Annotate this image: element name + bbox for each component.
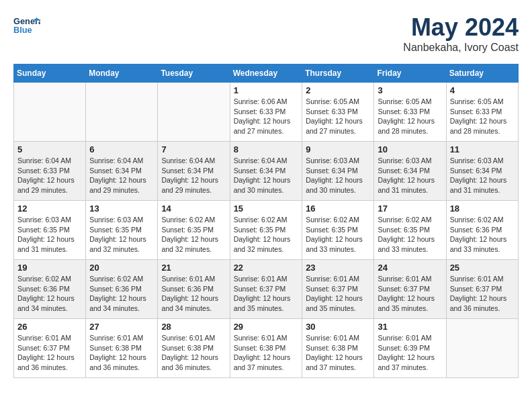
calendar-day-cell: 2Sunrise: 6:05 AM Sunset: 6:33 PM Daylig…	[302, 83, 374, 142]
header: General Blue May 2024 Nanbekaha, Ivory C…	[13, 13, 519, 54]
location-title: Nanbekaha, Ivory Coast	[403, 42, 519, 54]
calendar-table: SundayMondayTuesdayWednesdayThursdayFrid…	[13, 64, 519, 378]
day-number: 30	[306, 322, 370, 332]
day-info: Sunrise: 6:02 AM Sunset: 6:35 PM Dayligh…	[306, 215, 370, 255]
calendar-day-cell: 26Sunrise: 6:01 AM Sunset: 6:37 PM Dayli…	[14, 319, 86, 378]
day-info: Sunrise: 6:02 AM Sunset: 6:36 PM Dayligh…	[17, 274, 82, 314]
day-number: 15	[234, 203, 299, 214]
day-number: 7	[161, 144, 226, 154]
calendar-day-cell: 1Sunrise: 6:06 AM Sunset: 6:33 PM Daylig…	[230, 83, 302, 142]
month-title: May 2024	[403, 13, 519, 42]
calendar-day-cell: 4Sunrise: 6:05 AM Sunset: 6:33 PM Daylig…	[446, 83, 518, 142]
calendar-day-cell: 13Sunrise: 6:03 AM Sunset: 6:35 PM Dayli…	[86, 201, 158, 260]
day-info: Sunrise: 6:03 AM Sunset: 6:34 PM Dayligh…	[306, 156, 370, 195]
calendar-day-cell: 18Sunrise: 6:02 AM Sunset: 6:36 PM Dayli…	[446, 201, 518, 260]
day-number: 18	[450, 203, 515, 214]
calendar-day-cell: 5Sunrise: 6:04 AM Sunset: 6:33 PM Daylig…	[14, 142, 86, 201]
day-info: Sunrise: 6:01 AM Sunset: 6:38 PM Dayligh…	[89, 333, 154, 373]
day-number: 9	[306, 144, 370, 154]
day-info: Sunrise: 6:01 AM Sunset: 6:38 PM Dayligh…	[234, 333, 299, 373]
day-number: 14	[161, 203, 226, 214]
calendar-day-cell: 6Sunrise: 6:04 AM Sunset: 6:34 PM Daylig…	[86, 142, 158, 201]
day-number: 23	[306, 263, 370, 273]
day-info: Sunrise: 6:05 AM Sunset: 6:33 PM Dayligh…	[306, 97, 370, 136]
calendar-header-row: SundayMondayTuesdayWednesdayThursdayFrid…	[14, 64, 519, 83]
calendar-day-cell	[14, 83, 86, 142]
calendar-day-cell: 3Sunrise: 6:05 AM Sunset: 6:33 PM Daylig…	[374, 83, 446, 142]
calendar-day-cell: 22Sunrise: 6:01 AM Sunset: 6:37 PM Dayli…	[230, 260, 302, 319]
weekday-header: Thursday	[302, 64, 374, 83]
calendar-day-cell: 8Sunrise: 6:04 AM Sunset: 6:34 PM Daylig…	[230, 142, 302, 201]
day-number: 29	[234, 322, 299, 332]
calendar-day-cell: 19Sunrise: 6:02 AM Sunset: 6:36 PM Dayli…	[14, 260, 86, 319]
day-number: 6	[89, 144, 154, 154]
calendar-day-cell: 7Sunrise: 6:04 AM Sunset: 6:34 PM Daylig…	[158, 142, 230, 201]
calendar-day-cell: 17Sunrise: 6:02 AM Sunset: 6:35 PM Dayli…	[374, 201, 446, 260]
calendar-day-cell: 16Sunrise: 6:02 AM Sunset: 6:35 PM Dayli…	[302, 201, 374, 260]
day-info: Sunrise: 6:01 AM Sunset: 6:37 PM Dayligh…	[450, 274, 515, 314]
calendar-week-row: 5Sunrise: 6:04 AM Sunset: 6:33 PM Daylig…	[14, 142, 519, 201]
day-info: Sunrise: 6:01 AM Sunset: 6:36 PM Dayligh…	[161, 274, 226, 314]
day-number: 10	[378, 144, 442, 154]
day-info: Sunrise: 6:04 AM Sunset: 6:33 PM Dayligh…	[17, 156, 82, 195]
weekday-header: Friday	[374, 64, 446, 83]
day-number: 21	[161, 263, 226, 273]
logo: General Blue	[13, 13, 40, 37]
weekday-header: Monday	[86, 64, 158, 83]
day-info: Sunrise: 6:03 AM Sunset: 6:35 PM Dayligh…	[89, 215, 154, 255]
calendar-day-cell: 20Sunrise: 6:02 AM Sunset: 6:36 PM Dayli…	[86, 260, 158, 319]
day-info: Sunrise: 6:02 AM Sunset: 6:35 PM Dayligh…	[161, 215, 226, 255]
day-info: Sunrise: 6:01 AM Sunset: 6:37 PM Dayligh…	[17, 333, 82, 373]
day-number: 26	[17, 322, 82, 332]
day-info: Sunrise: 6:01 AM Sunset: 6:38 PM Dayligh…	[161, 333, 226, 373]
weekday-header: Tuesday	[158, 64, 230, 83]
calendar-week-row: 26Sunrise: 6:01 AM Sunset: 6:37 PM Dayli…	[14, 319, 519, 378]
day-info: Sunrise: 6:05 AM Sunset: 6:33 PM Dayligh…	[378, 97, 442, 136]
day-number: 24	[378, 263, 442, 273]
day-info: Sunrise: 6:02 AM Sunset: 6:35 PM Dayligh…	[378, 215, 442, 255]
calendar-day-cell: 14Sunrise: 6:02 AM Sunset: 6:35 PM Dayli…	[158, 201, 230, 260]
day-info: Sunrise: 6:02 AM Sunset: 6:36 PM Dayligh…	[89, 274, 154, 314]
calendar-day-cell: 11Sunrise: 6:03 AM Sunset: 6:34 PM Dayli…	[446, 142, 518, 201]
calendar-day-cell: 30Sunrise: 6:01 AM Sunset: 6:38 PM Dayli…	[302, 319, 374, 378]
day-info: Sunrise: 6:01 AM Sunset: 6:39 PM Dayligh…	[378, 333, 442, 373]
day-number: 5	[17, 144, 82, 154]
calendar-day-cell: 28Sunrise: 6:01 AM Sunset: 6:38 PM Dayli…	[158, 319, 230, 378]
weekday-header: Sunday	[14, 64, 86, 83]
day-info: Sunrise: 6:01 AM Sunset: 6:37 PM Dayligh…	[306, 274, 370, 314]
day-info: Sunrise: 6:04 AM Sunset: 6:34 PM Dayligh…	[234, 156, 299, 195]
day-number: 1	[234, 85, 299, 95]
day-number: 13	[89, 203, 154, 214]
calendar-day-cell	[86, 83, 158, 142]
day-number: 8	[234, 144, 299, 154]
calendar-day-cell: 25Sunrise: 6:01 AM Sunset: 6:37 PM Dayli…	[446, 260, 518, 319]
calendar-day-cell: 23Sunrise: 6:01 AM Sunset: 6:37 PM Dayli…	[302, 260, 374, 319]
day-number: 31	[378, 322, 442, 332]
calendar-day-cell: 31Sunrise: 6:01 AM Sunset: 6:39 PM Dayli…	[374, 319, 446, 378]
day-number: 3	[378, 85, 442, 95]
day-number: 4	[450, 85, 515, 95]
day-number: 20	[89, 263, 154, 273]
day-info: Sunrise: 6:03 AM Sunset: 6:35 PM Dayligh…	[17, 215, 82, 255]
day-info: Sunrise: 6:03 AM Sunset: 6:34 PM Dayligh…	[450, 156, 515, 195]
weekday-header: Saturday	[446, 64, 518, 83]
day-info: Sunrise: 6:02 AM Sunset: 6:35 PM Dayligh…	[234, 215, 299, 255]
calendar-week-row: 19Sunrise: 6:02 AM Sunset: 6:36 PM Dayli…	[14, 260, 519, 319]
logo-icon: General Blue	[13, 13, 40, 37]
day-info: Sunrise: 6:04 AM Sunset: 6:34 PM Dayligh…	[161, 156, 226, 195]
calendar-day-cell	[158, 83, 230, 142]
calendar-day-cell: 12Sunrise: 6:03 AM Sunset: 6:35 PM Dayli…	[14, 201, 86, 260]
calendar-day-cell: 21Sunrise: 6:01 AM Sunset: 6:36 PM Dayli…	[158, 260, 230, 319]
day-info: Sunrise: 6:01 AM Sunset: 6:38 PM Dayligh…	[306, 333, 370, 373]
calendar-day-cell: 9Sunrise: 6:03 AM Sunset: 6:34 PM Daylig…	[302, 142, 374, 201]
day-number: 19	[17, 263, 82, 273]
title-section: May 2024 Nanbekaha, Ivory Coast	[403, 13, 519, 54]
weekday-header: Wednesday	[230, 64, 302, 83]
calendar-day-cell: 24Sunrise: 6:01 AM Sunset: 6:37 PM Dayli…	[374, 260, 446, 319]
calendar-day-cell: 27Sunrise: 6:01 AM Sunset: 6:38 PM Dayli…	[86, 319, 158, 378]
day-info: Sunrise: 6:01 AM Sunset: 6:37 PM Dayligh…	[234, 274, 299, 314]
calendar-day-cell: 29Sunrise: 6:01 AM Sunset: 6:38 PM Dayli…	[230, 319, 302, 378]
day-info: Sunrise: 6:03 AM Sunset: 6:34 PM Dayligh…	[378, 156, 442, 195]
calendar-day-cell: 10Sunrise: 6:03 AM Sunset: 6:34 PM Dayli…	[374, 142, 446, 201]
day-number: 28	[161, 322, 226, 332]
